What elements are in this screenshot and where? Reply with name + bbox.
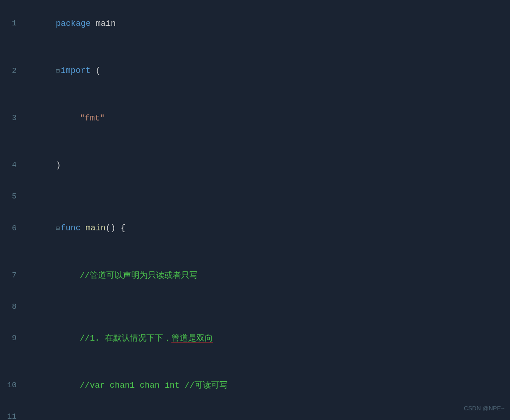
line-content-4: )	[24, 142, 510, 189]
line-num-2: 2	[0, 63, 24, 79]
line-4: 4 )	[0, 142, 510, 189]
line-content-1: package main	[24, 0, 510, 47]
line-content-10: //var chan1 chan int //可读可写	[24, 362, 510, 409]
line-content-2: ⊟import (	[24, 47, 510, 95]
line-11: 11	[0, 409, 510, 420]
collapse-icon-6: ⊟	[56, 225, 60, 232]
line-num-8: 8	[0, 299, 24, 315]
line-2: 2 ⊟import (	[0, 47, 510, 95]
line-num-11: 11	[0, 409, 24, 420]
line-5: 5	[0, 189, 510, 204]
collapse-icon-2: ⊟	[56, 67, 60, 75]
line-num-4: 4	[0, 157, 24, 173]
line-3: 3 "fmt"	[0, 95, 510, 142]
line-1: 1 package main	[0, 0, 510, 47]
line-content-7: //管道可以声明为只读或者只写	[24, 252, 510, 299]
line-num-6: 6	[0, 221, 24, 236]
line-10: 10 //var chan1 chan int //可读可写	[0, 362, 510, 409]
code-editor: 1 package main 2 ⊟import ( 3 "fmt" 4 ) 5…	[0, 0, 510, 420]
line-num-7: 7	[0, 268, 24, 283]
line-content-9: //1. 在默认情况下下，管道是双向	[24, 315, 510, 362]
line-num-5: 5	[0, 189, 24, 204]
line-content-3: "fmt"	[24, 95, 510, 142]
line-content-6: ⊟func main() {	[24, 204, 510, 252]
line-6: 6 ⊟func main() {	[0, 204, 510, 252]
line-7: 7 //管道可以声明为只读或者只写	[0, 252, 510, 299]
line-num-1: 1	[0, 16, 24, 31]
line-num-3: 3	[0, 110, 24, 126]
line-8: 8	[0, 299, 510, 315]
line-num-9: 9	[0, 330, 24, 346]
watermark: CSDN @NPE~	[464, 401, 504, 416]
line-num-10: 10	[0, 378, 24, 393]
line-9: 9 //1. 在默认情况下下，管道是双向	[0, 315, 510, 362]
